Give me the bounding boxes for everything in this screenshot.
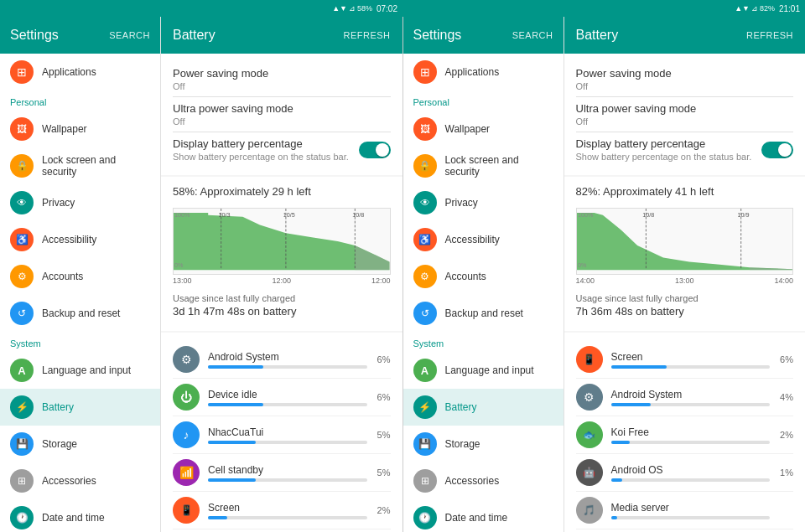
device1-usage-time: 3d 1h 47m 48s on battery [173, 305, 391, 323]
wallpaper-label-d2: Wallpaper [445, 123, 491, 135]
svg-text:100%: 100% [578, 212, 593, 218]
device1-refresh-button[interactable]: REFRESH [343, 30, 390, 40]
android-system-info-d2: Android System [611, 389, 771, 406]
sidebar-item-wallpaper-d2[interactable]: 🖼 Wallpaper [403, 111, 564, 147]
nhaccuatui-pct-d1: 5% [372, 430, 391, 440]
datetime-label-d2: Date and time [445, 512, 508, 524]
android-system-fill-d1 [208, 365, 263, 369]
sidebar-item-privacy-d2[interactable]: 👁 Privacy [403, 184, 564, 221]
android-os-bar-d2 [611, 478, 771, 482]
koi-info-d2: Koi Free [611, 426, 771, 444]
app-row-screen-d2: 📱 Screen 6% [576, 341, 794, 379]
svg-text:10/3: 10/3 [219, 212, 231, 218]
wallpaper-icon-d1: 🖼 [10, 117, 34, 141]
sidebar-item-accessibility-d1[interactable]: ♿ Accessibility [0, 221, 160, 258]
sidebar-item-datetime-d2[interactable]: 🕐 Date and time [403, 499, 564, 532]
sidebar-item-backup-d2[interactable]: ↺ Backup and reset [403, 295, 564, 332]
privacy-label-d1: Privacy [42, 197, 75, 209]
sidebar-item-language-d2[interactable]: A Language and input [403, 352, 564, 389]
accessibility-icon-d2: ♿ [413, 228, 437, 251]
sidebar-item-applications-d2[interactable]: ⊞ Applications [403, 54, 564, 90]
device-idle-bar-d1 [208, 403, 367, 406]
nhaccuatui-bar-d1 [208, 441, 367, 444]
koi-bar-d2 [611, 441, 771, 444]
device1-search-button[interactable]: SEARCH [109, 30, 150, 40]
device2-status-bar: ▲▼ ⊿ 82% 21:01 [402, 0, 805, 17]
sidebar-item-language-d1[interactable]: A Language and input [0, 352, 160, 389]
app-row-device-idle-d1: ⏻ Device idle 6% [173, 379, 391, 416]
accounts-label-d1: Accounts [42, 271, 83, 282]
accessories-label-d1: Accessories [42, 475, 96, 487]
sidebar-item-lockscreen-d2[interactable]: 🔒 Lock screen and security [403, 147, 564, 184]
device2-display-pct-toggle[interactable] [761, 142, 793, 158]
sidebar-item-accounts-d2[interactable]: ⚙ Accounts [403, 258, 564, 295]
screen-info-d2: Screen [611, 351, 771, 369]
device2-search-button[interactable]: SEARCH [512, 30, 553, 40]
sidebar-item-backup-d1[interactable]: ↺ Backup and reset [0, 295, 160, 332]
device-idle-icon-d1: ⏻ [173, 384, 200, 411]
device1-chart-section: 58%: Approximately 29 h left [161, 177, 402, 331]
nhaccuatui-fill-d1 [208, 441, 256, 444]
sidebar-item-storage-d1[interactable]: 💾 Storage [0, 426, 160, 462]
accessories-icon-d1: ⊞ [10, 469, 34, 493]
device2-battery-title: Battery [576, 28, 619, 43]
storage-label-d1: Storage [42, 438, 77, 450]
app-row-media-server-d2: 🎵 Media server [576, 492, 794, 529]
lockscreen-label-d1: Lock screen and security [42, 154, 150, 178]
device2-power-saving-value: Off [576, 81, 672, 91]
device2-chart-area: 10/8 10/9 100% 0% [576, 208, 794, 275]
sidebar-item-battery-d1[interactable]: ⚡ Battery [0, 389, 160, 426]
accessibility-icon-d1: ♿ [10, 228, 34, 251]
sidebar-item-accounts-d1[interactable]: ⚙ Accounts [0, 258, 160, 295]
device2-chart-section: 82%: Approximately 41 h left [564, 177, 806, 331]
sidebar-item-battery-d2[interactable]: ⚡ Battery [403, 389, 564, 426]
device1-usage-label: Usage since last fully charged [173, 288, 391, 305]
accounts-label-d2: Accounts [445, 271, 486, 282]
device2-refresh-button[interactable]: REFRESH [746, 30, 793, 40]
koi-name-d2: Koi Free [611, 426, 771, 438]
screen-info-d1: Screen [208, 502, 367, 519]
accessibility-label-d2: Accessibility [445, 234, 500, 245]
media-server-name-d2: Media server [611, 502, 771, 514]
svg-text:10/9: 10/9 [737, 212, 749, 218]
accounts-icon-d1: ⚙ [10, 265, 34, 288]
accessories-label-d2: Accessories [445, 475, 500, 487]
language-label-d2: Language and input [445, 364, 534, 376]
applications-label-d2: Applications [445, 66, 500, 78]
screen-name-d1: Screen [208, 502, 367, 514]
sidebar-item-accessibility-d2[interactable]: ♿ Accessibility [403, 221, 564, 258]
sidebar-item-lockscreen-d1[interactable]: 🔒 Lock screen and security [0, 147, 160, 184]
personal-section-d2: Personal [403, 90, 564, 111]
sidebar-item-storage-d2[interactable]: 💾 Storage [403, 426, 564, 462]
screen-pct-d1: 2% [372, 505, 391, 515]
app-row-android-system-d2: ⚙ Android System 4% [576, 379, 794, 416]
nhaccuatui-info-d1: NhacCuaTui [208, 426, 367, 444]
sidebar-item-privacy-d1[interactable]: 👁 Privacy [0, 184, 160, 221]
sidebar-item-accessories-d2[interactable]: ⊞ Accessories [403, 462, 564, 499]
sidebar-item-datetime-d1[interactable]: 🕐 Date and time [0, 499, 160, 532]
backup-label-d1: Backup and reset [42, 307, 120, 319]
device2-sidebar: Settings SEARCH ⊞ Applications Personal … [403, 17, 564, 532]
battery-icon-d2: ⚡ [413, 395, 437, 419]
sidebar-item-wallpaper-d1[interactable]: 🖼 Wallpaper [0, 111, 160, 147]
sidebar-item-accessories-d1[interactable]: ⊞ Accessories [0, 462, 160, 499]
storage-icon-d2: 💾 [413, 432, 437, 456]
sidebar-item-applications-d1[interactable]: ⊞ Applications [0, 54, 160, 90]
app-row-android-system-d1: ⚙ Android System 6% [173, 341, 391, 379]
device1-chart-svg: 10/3 10/5 10/8 100% 0% [174, 209, 390, 274]
device1-ultra-power-label: Ultra power saving mode [173, 102, 293, 115]
device1-signal-icons: ▲▼ ⊿ 58% 07:02 [332, 4, 397, 13]
android-system-info-d1: Android System [208, 351, 367, 369]
privacy-icon-d1: 👁 [10, 191, 34, 214]
svg-text:10/5: 10/5 [283, 212, 295, 218]
screen-icon-d1: 📱 [173, 497, 200, 524]
device1-status-bar: ▲▼ ⊿ 58% 07:02 [0, 0, 402, 17]
personal-section-d1: Personal [0, 90, 160, 111]
storage-icon-d1: 💾 [10, 432, 34, 456]
device1-display-pct-toggle[interactable] [359, 142, 391, 158]
app-row-koi-d2: 🐟 Koi Free 2% [576, 416, 794, 454]
screen-bar-d1 [208, 516, 367, 519]
svg-text:100%: 100% [174, 212, 190, 218]
android-os-info-d2: Android OS [611, 464, 771, 482]
device1-sidebar: Settings SEARCH ⊞ Applications Personal … [0, 17, 161, 532]
